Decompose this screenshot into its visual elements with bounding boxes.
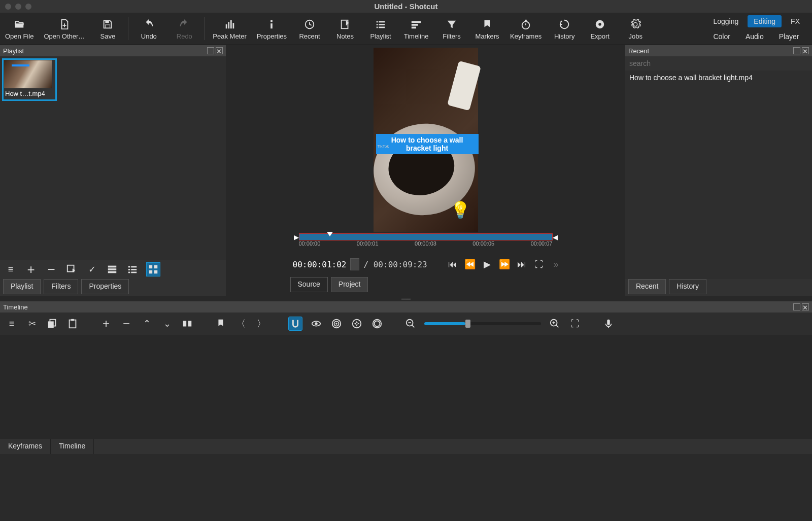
preview-ruler[interactable]: ▶ ◀ 00:00:00 00:00:01 00:00:03 00:00:05 … xyxy=(294,233,558,252)
close-icon[interactable]: ✕ xyxy=(802,303,809,310)
scrub-icon[interactable] xyxy=(310,317,323,330)
menu-icon[interactable]: ≡ xyxy=(4,263,17,276)
redo-button[interactable]: Redo xyxy=(166,13,202,45)
ripple-icon[interactable] xyxy=(330,317,343,330)
tab-playlist[interactable]: Playlist xyxy=(3,279,41,294)
menu-icon[interactable]: ≡ xyxy=(5,317,18,330)
tab-recent[interactable]: Recent xyxy=(628,279,666,294)
svg-point-44 xyxy=(315,322,318,325)
recent-button[interactable]: Recent xyxy=(292,13,327,45)
close-icon[interactable]: ✕ xyxy=(216,47,223,54)
overwrite-icon[interactable]: ⌄ xyxy=(160,317,174,330)
layout-editing[interactable]: Editing xyxy=(748,15,782,27)
properties-button[interactable]: Properties xyxy=(252,13,292,45)
playhead[interactable] xyxy=(327,232,333,236)
open-other-button[interactable]: Open Other… xyxy=(39,13,90,45)
add-icon[interactable]: + xyxy=(24,263,38,276)
ripple-all-icon[interactable] xyxy=(350,317,363,330)
remove-icon[interactable]: − xyxy=(120,317,133,330)
svg-rect-2 xyxy=(225,24,227,28)
tab-history[interactable]: History xyxy=(669,279,706,294)
grid-view-icon[interactable] xyxy=(106,263,119,276)
prev-marker-icon[interactable]: 〈 xyxy=(234,317,248,330)
check-icon[interactable]: ✓ xyxy=(85,263,98,276)
rewind-icon[interactable]: ⏪ xyxy=(463,259,477,270)
zoom-slider[interactable] xyxy=(424,322,541,325)
record-audio-icon[interactable] xyxy=(602,317,615,330)
remove-icon[interactable]: − xyxy=(45,263,58,276)
playlist-clip[interactable]: How t…t.mp4 xyxy=(2,58,57,101)
layout-audio[interactable]: Audio xyxy=(739,30,770,43)
marker-icon[interactable] xyxy=(214,317,227,330)
layout-logging[interactable]: Logging xyxy=(707,15,745,27)
recent-search-input[interactable] xyxy=(625,56,812,71)
video-preview[interactable]: How to choose a wall bracket light TikTo… xyxy=(374,48,478,232)
svg-rect-39 xyxy=(70,320,76,328)
notes-icon xyxy=(340,17,351,31)
history-button[interactable]: History xyxy=(547,13,582,45)
insert-icon[interactable] xyxy=(65,263,78,276)
layout-fx[interactable]: FX xyxy=(785,15,806,27)
recent-item[interactable]: How to choose a wall bracket light.mp4 xyxy=(625,71,812,85)
splitter[interactable]: ┅┅┅ xyxy=(0,296,812,301)
zoom-in-icon[interactable] xyxy=(548,317,561,330)
tab-properties[interactable]: Properties xyxy=(81,279,129,294)
list-view-icon[interactable] xyxy=(126,263,139,276)
main-toolbar: Open File Open Other… Save Undo Redo Pea… xyxy=(0,13,812,45)
recent-panel: Recent✕ How to choose a wall bracket lig… xyxy=(625,45,812,296)
peak-meter-button[interactable]: Peak Meter xyxy=(208,13,251,45)
tab-filters[interactable]: Filters xyxy=(44,279,78,294)
timecode-spinner[interactable] xyxy=(350,258,359,270)
info-icon xyxy=(266,17,277,31)
filters-button[interactable]: Filters xyxy=(434,13,469,45)
timecode-current[interactable]: 00:00:01:02 xyxy=(293,260,347,269)
zoom-fit-icon[interactable]: ⛶ xyxy=(568,317,582,330)
snap-icon[interactable] xyxy=(288,317,302,331)
save-button[interactable]: Save xyxy=(90,13,125,45)
open-file-button[interactable]: Open File xyxy=(0,13,39,45)
svg-rect-6 xyxy=(271,20,273,22)
svg-rect-30 xyxy=(131,269,137,270)
zoom-out-icon[interactable] xyxy=(404,317,417,330)
overflow-icon[interactable]: » xyxy=(550,259,563,270)
keyframes-button[interactable]: Keyframes xyxy=(505,13,547,45)
undock-icon[interactable] xyxy=(207,47,214,54)
lift-icon[interactable]: ⌃ xyxy=(140,317,153,330)
paste-icon[interactable] xyxy=(66,317,79,330)
zoom-fit-icon[interactable]: ⛶ xyxy=(532,259,546,270)
skip-prev-icon[interactable]: ⏮ xyxy=(446,259,459,270)
meter-icon xyxy=(224,17,235,31)
copy-icon[interactable] xyxy=(46,317,59,330)
markers-button[interactable]: Markers xyxy=(469,13,505,45)
jobs-button[interactable]: Jobs xyxy=(618,13,653,45)
cut-icon[interactable]: ✂ xyxy=(25,317,39,330)
layout-player[interactable]: Player xyxy=(773,30,805,43)
svg-rect-12 xyxy=(377,24,378,25)
ripple-markers-icon[interactable] xyxy=(370,317,384,330)
skip-next-icon[interactable]: ⏭ xyxy=(515,259,528,270)
fforward-icon[interactable]: ⏩ xyxy=(498,259,511,270)
funnel-icon xyxy=(446,17,457,31)
undock-icon[interactable] xyxy=(793,303,800,310)
timeline-button[interactable]: Timeline xyxy=(398,13,434,45)
undo-button[interactable]: Undo xyxy=(131,13,166,45)
export-button[interactable]: Export xyxy=(582,13,618,45)
window-controls[interactable] xyxy=(5,4,31,10)
notes-button[interactable]: Notes xyxy=(327,13,363,45)
playlist-button[interactable]: Playlist xyxy=(363,13,398,45)
svg-rect-33 xyxy=(149,265,152,268)
tab-timeline[interactable]: Timeline xyxy=(51,439,94,454)
tiles-view-icon[interactable] xyxy=(146,262,160,276)
split-icon[interactable] xyxy=(181,317,194,330)
layout-color[interactable]: Color xyxy=(707,30,736,43)
play-icon[interactable]: ▶ xyxy=(481,259,494,270)
bottom-tabs: Keyframes Timeline xyxy=(0,439,812,454)
tab-keyframes[interactable]: Keyframes xyxy=(0,439,51,454)
close-icon[interactable]: ✕ xyxy=(802,47,809,54)
tab-source[interactable]: Source xyxy=(290,277,328,292)
timeline-tracks[interactable] xyxy=(0,335,812,439)
append-icon[interactable]: + xyxy=(99,317,113,330)
undock-icon[interactable] xyxy=(793,47,800,54)
next-marker-icon[interactable]: 〉 xyxy=(255,317,268,330)
tab-project[interactable]: Project xyxy=(331,277,368,292)
